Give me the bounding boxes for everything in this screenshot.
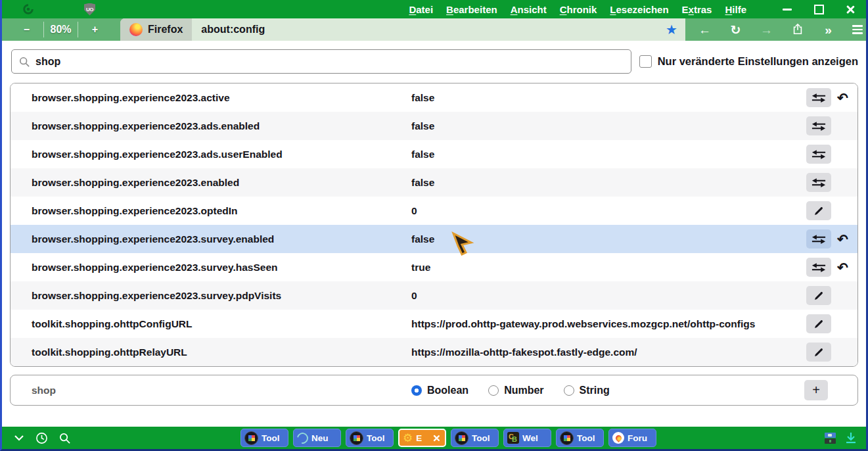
radio-icon [564, 385, 574, 396]
chevron-down-icon[interactable] [14, 435, 24, 441]
pref-row[interactable]: browser.shopping.experience2023.activefa… [11, 83, 857, 112]
maximize-button[interactable] [803, 0, 834, 18]
pref-row[interactable]: toolkit.shopping.ohttpRelayURLhttps://mo… [11, 338, 857, 366]
forward-icon[interactable]: → [760, 24, 773, 36]
pref-row[interactable]: browser.shopping.experience2023.ads.user… [11, 140, 857, 168]
close-button[interactable] [834, 0, 866, 18]
taskbar-button-0[interactable]: Tool [240, 429, 288, 447]
add-pref-row: shop BooleanNumberString + [10, 375, 858, 406]
pref-row[interactable]: browser.shopping.experience2023.ads.enab… [11, 112, 857, 140]
pref-name: toolkit.shopping.ohttpRelayURL [11, 346, 411, 358]
add-pref-button[interactable]: + [804, 380, 828, 400]
tab-firefox[interactable]: Firefox [120, 18, 192, 41]
gear-icon: ⚙ [403, 433, 413, 444]
toggle-icon [811, 93, 826, 103]
search-input[interactable] [35, 56, 624, 68]
menu-item-datei[interactable]: Datei [402, 0, 440, 18]
taskbar-button-1[interactable]: Neu [293, 429, 341, 447]
minimize-button[interactable] [771, 0, 803, 18]
toggle-button[interactable] [806, 116, 831, 135]
toggle-button[interactable] [806, 88, 831, 107]
close-icon[interactable] [433, 434, 441, 442]
pref-row[interactable]: browser.shopping.experience2023.survey.h… [11, 253, 857, 281]
radio-label: Boolean [427, 385, 468, 396]
taskbar-button-label: Foru [628, 433, 647, 443]
radio-option-number[interactable]: Number [488, 385, 543, 396]
reset-button[interactable]: ↶ [837, 261, 848, 274]
reload-icon[interactable]: ↻ [729, 24, 742, 36]
reset-button[interactable]: ↶ [837, 233, 848, 246]
taskbar-button-4[interactable]: Tool [451, 429, 499, 447]
back-icon[interactable]: ← [698, 24, 712, 36]
menu-icon[interactable] [852, 25, 866, 34]
pref-actions: ↶ [806, 258, 857, 277]
close-icon [846, 5, 856, 14]
menu-item-ansicht[interactable]: Ansicht [504, 0, 553, 18]
taskbar-button-2[interactable]: Tool [346, 429, 394, 447]
edit-button[interactable] [806, 201, 831, 220]
app-grid-icon [350, 431, 363, 445]
bottom-right-icons [825, 431, 866, 444]
pref-value: false [411, 149, 806, 160]
pref-row[interactable]: browser.shopping.experience2023.survey.e… [11, 225, 857, 253]
pref-row[interactable]: browser.shopping.experience2023.enabledf… [11, 168, 857, 197]
show-modified-checkbox[interactable] [639, 55, 652, 68]
clock-icon[interactable] [35, 432, 48, 444]
edit-pencil-icon [813, 206, 824, 216]
pref-name: browser.shopping.experience2023.survey.p… [11, 290, 411, 302]
menu-item-bearbeiten[interactable]: Bearbeiten [440, 0, 504, 18]
address-bar[interactable]: Firefox about:config ★ [120, 18, 685, 41]
radio-option-boolean[interactable]: Boolean [411, 385, 468, 396]
taskbar-button-6[interactable]: Tool [556, 429, 604, 447]
pref-name: toolkit.shopping.ohttpConfigURL [11, 318, 411, 330]
download-icon[interactable] [844, 431, 857, 444]
menu-item-chronik[interactable]: Chronik [553, 0, 604, 18]
edit-button[interactable] [806, 286, 831, 305]
radio-icon [488, 385, 499, 396]
firefox-window: UO DateiBearbeitenAnsichtChronikLesezeic… [0, 0, 868, 451]
taskbar-button-5[interactable]: CBWel [503, 429, 551, 447]
radio-option-string[interactable]: String [564, 385, 610, 396]
taskbar-button-7[interactable]: Foru [608, 429, 656, 447]
new-pref-name: shop [11, 385, 411, 396]
search-row: Nur veränderte Einstellungen anzeigen [11, 49, 858, 74]
titlebar: UO DateiBearbeitenAnsichtChronikLesezeic… [2, 0, 866, 18]
pref-value: 0 [411, 205, 806, 217]
undo-reset-icon: ↶ [837, 260, 848, 275]
app-grid-icon [455, 431, 468, 445]
pref-actions: ↶ [806, 88, 857, 107]
edit-button[interactable] [806, 343, 831, 362]
zoom-out-button[interactable]: − [10, 24, 43, 36]
edit-pencil-icon [813, 291, 824, 301]
minimize-icon [783, 9, 792, 11]
share-icon[interactable] [790, 23, 804, 37]
zoom-in-button[interactable]: + [78, 24, 112, 36]
toggle-button[interactable] [806, 229, 831, 249]
taskbar-button-3[interactable]: ⚙E [398, 429, 446, 447]
ublock-origin-icon: UO [84, 3, 95, 16]
taskbar-button-label: E [416, 433, 422, 443]
pref-row[interactable]: toolkit.shopping.ohttpConfigURLhttps://p… [11, 310, 857, 338]
toggle-icon [811, 149, 826, 160]
pref-value: false [411, 233, 806, 245]
pref-value: false [411, 120, 806, 132]
edit-button[interactable] [806, 314, 831, 333]
taskbar-button-label: Neu [311, 433, 329, 443]
overflow-chevrons-icon[interactable]: » [821, 24, 835, 36]
toggle-button[interactable] [806, 173, 831, 192]
pref-row[interactable]: browser.shopping.experience2023.survey.p… [11, 281, 857, 310]
zoom-level-button[interactable]: 80% [44, 24, 78, 36]
add-actions: + [804, 380, 857, 400]
display-tray-icon[interactable] [825, 433, 836, 444]
menu-item-lesezeichen[interactable]: Lesezeichen [603, 0, 675, 18]
search-taskbar-icon[interactable] [59, 433, 70, 444]
pref-row[interactable]: browser.shopping.experience2023.optedIn0 [11, 197, 857, 225]
bookmark-star-icon[interactable]: ★ [666, 23, 677, 36]
menu-item-extras[interactable]: Extras [675, 0, 719, 18]
menu-item-hilfe[interactable]: Hilfe [718, 0, 753, 18]
toggle-button[interactable] [806, 145, 831, 164]
reset-button[interactable]: ↶ [837, 91, 848, 105]
toggle-button[interactable] [806, 258, 831, 277]
pref-value: https://mozilla-ohttp-fakespot.fastly-ed… [411, 346, 806, 358]
search-box [11, 49, 631, 74]
